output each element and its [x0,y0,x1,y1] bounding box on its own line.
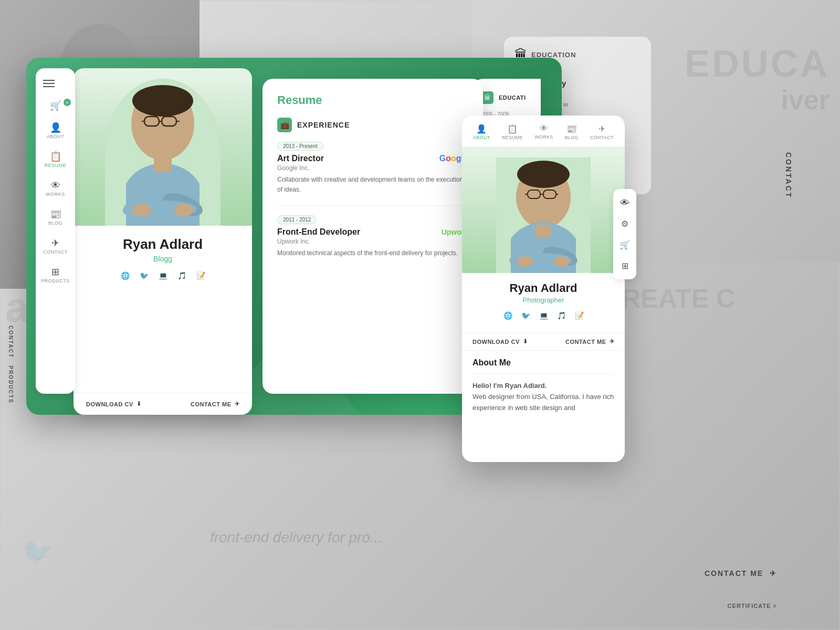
sidebar-item-resume[interactable]: 📋 RESUME [36,146,75,173]
mobile-social-globe[interactable]: 🌐 [501,309,514,322]
sidebar-item-about[interactable]: 👤 ABOUT [36,118,75,144]
mobile-profile-role: Photographer [472,296,614,304]
toolbar-grid[interactable]: ⊞ [615,256,634,275]
mobile-about-section: About Me Hello! I'm Ryan Adlard. Web des… [462,351,625,462]
about-label: ABOUT [47,134,65,139]
contact-me-label: CONTACT ME [191,401,232,407]
svg-rect-29 [536,225,551,237]
mobile-nav-about[interactable]: 👤 ABOUT [469,122,495,142]
download-cv-button[interactable]: DOWNLOAD CV ⬇ [86,401,141,407]
mobile-avatar [496,158,591,273]
mobile-blog-nav-label: BLOG [565,135,579,140]
social-twitter[interactable]: 🐦 [138,269,150,282]
bg-iver-text: iver [781,84,830,116]
exp-item-2: 2011 - 2012 Front-End Developer Upwork U… [277,214,468,258]
right-toolbar: 👁 ⚙ 🛒 ⊞ [613,189,636,279]
edu-title: EDUCATI [499,94,526,101]
profile-actions: DOWNLOAD CV ⬇ CONTACT ME ✈ [74,393,252,415]
sidebar-item-works[interactable]: 👁 WORKS [36,175,75,202]
exp-desc-1: Collaborate with creative and developmen… [277,175,468,195]
mobile-about-nav-label: ABOUT [473,135,490,140]
mobile-contact-me-button[interactable]: CONTACT ME ✈ [565,338,614,345]
sidebar-item-cart[interactable]: 6 🛒 [36,96,75,116]
toolbar-eye-slash[interactable]: 👁 [615,193,634,212]
profile-name: Ryan Adlard [123,236,203,253]
mobile-blog-icon: 📰 [566,124,577,134]
blog-icon: 📰 [50,209,61,219]
mobile-download-label: DOWNLOAD CV [472,339,520,345]
exp-date-1: 2013 - Present [277,142,323,151]
contact-label: CONTACT [43,249,67,255]
cart-badge: 6 [64,99,71,106]
exp-date-2: 2011 - 2012 [277,215,317,224]
products-icon: ⊞ [51,267,59,277]
mobile-about-icon: 👤 [476,124,487,134]
mobile-social-github[interactable]: 💻 [537,309,550,322]
exp-title-row-1: Art Director Google [277,154,468,163]
exp-item-1: 2013 - Present Art Director Google Googl… [277,141,468,195]
mobile-contact-icon: ✈ [598,124,605,134]
toolbar-settings[interactable]: ⚙ [615,214,634,233]
sidebar-item-products[interactable]: ⊞ PRODUCTS [36,262,75,289]
download-cv-label: DOWNLOAD CV [86,401,133,407]
works-label: WORKS [46,192,65,197]
download-icon: ⬇ [136,401,142,407]
sidebar-item-blog[interactable]: 📰 BLOG [36,204,75,231]
mobile-social-twitter[interactable]: 🐦 [519,309,532,322]
mobile-nav: 👤 ABOUT 📋 RESUME 👁 WORKS 📰 BLOG ✈ CONTAC… [462,116,625,147]
hamburger-button[interactable] [36,74,75,93]
mobile-profile-info: Ryan Adlard Photographer 🌐 🐦 💻 🎵 📝 [462,273,625,332]
profile-info: Ryan Adlard Blogg 🌐 🐦 💻 🎵 📝 [74,226,252,393]
profile-avatar [105,79,220,226]
bg-contact-products: CONTACT PRODUCTS [8,326,14,404]
social-globe[interactable]: 🌐 [119,269,131,282]
contact-icon: ✈ [51,238,59,248]
svg-point-33 [517,256,533,267]
contact-me-button[interactable]: CONTACT ME ✈ [191,401,239,407]
mobile-about-title: About Me [472,358,614,368]
mobile-social-other[interactable]: 📝 [573,309,585,322]
mobile-nav-blog[interactable]: 📰 BLOG [561,122,583,142]
resume-rest: esume [286,93,322,107]
mobile-nav-works[interactable]: 👁 WORKS [530,122,558,142]
mobile-download-icon: ⬇ [523,338,528,345]
exp-title-row-2: Front-End Developer Upwork [277,227,468,237]
social-github[interactable]: 💻 [156,269,169,282]
resume-card: Resume 💼 EXPERIENCE 2013 - Present Art D… [262,79,483,394]
resume-title: Resume [277,93,468,107]
mobile-nav-resume[interactable]: 📋 RESUME [498,122,527,142]
bg-contact-me-bottom: CONTACT ME ✈ [705,569,777,578]
bg-create-text: REATE C [622,284,735,314]
mobile-download-cv[interactable]: DOWNLOAD CV ⬇ [472,338,528,345]
bg-twitter-icon: 🐦 [21,537,54,567]
mobile-works-nav-label: WORKS [534,134,553,140]
social-other[interactable]: 📝 [194,269,207,282]
bg-educa-text: EDUCA [685,42,830,85]
mobile-nav-contact[interactable]: ✈ CONTACT [586,122,618,142]
profile-card: Ryan Adlard Blogg 🌐 🐦 💻 🎵 📝 DOWNLOAD CV … [74,68,252,415]
mobile-works-icon: 👁 [540,124,548,133]
resume-label: RESUME [45,163,67,168]
social-spotify[interactable]: 🎵 [175,269,188,282]
cart-icon: 🛒 [50,101,61,110]
resume-r: R [277,93,286,107]
experience-icon: 💼 [277,118,292,132]
mobile-social-icons: 🌐 🐦 💻 🎵 📝 [472,309,614,322]
exp-job-title-2: Front-End Developer [277,227,360,237]
send-icon: ✈ [235,401,240,407]
about-divider [472,374,614,374]
left-sidebar: 6 🛒 👤 ABOUT 📋 RESUME 👁 WORKS 📰 BLOG ✈ CO… [36,68,75,394]
svg-point-34 [554,256,570,267]
sidebar-item-contact[interactable]: ✈ CONTACT [36,233,75,260]
exp-divider [277,205,468,206]
products-label: PRODUCTS [41,278,70,284]
toolbar-cart[interactable]: 🛒 [615,235,634,254]
bg-contact-vertical: CONTACT [784,152,793,198]
mobile-resume-icon: 📋 [507,124,518,134]
exp-company-2: Upwork Inc. [277,238,468,245]
svg-rect-15 [154,156,172,172]
mobile-resume-nav-label: RESUME [502,135,523,140]
experience-title: EXPERIENCE [297,121,350,129]
mobile-social-spotify[interactable]: 🎵 [555,309,568,322]
experience-header: 💼 EXPERIENCE [277,118,468,132]
